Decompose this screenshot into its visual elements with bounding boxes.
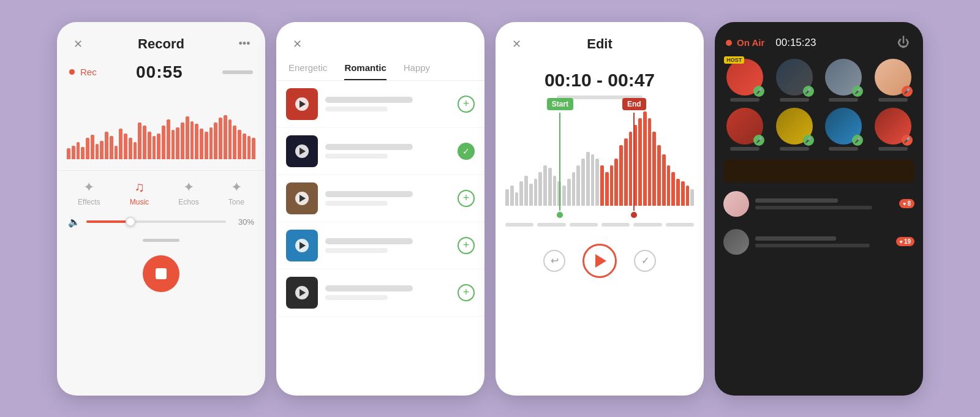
timeline-segment bbox=[505, 223, 533, 227]
onair-time: 00:15:23 bbox=[775, 37, 816, 49]
host-badge: HOST bbox=[724, 56, 744, 64]
tab-tone[interactable]: ✦ Tone bbox=[228, 179, 244, 206]
play-circle[interactable] bbox=[295, 239, 309, 252]
mic-badge: 🎤 bbox=[902, 86, 913, 97]
music-info bbox=[325, 285, 450, 300]
add-button-3[interactable]: + bbox=[458, 190, 475, 207]
comment-content-1 bbox=[755, 198, 893, 209]
tab-romantic[interactable]: Romantic bbox=[344, 62, 386, 80]
play-circle[interactable] bbox=[295, 286, 309, 299]
list-item: + bbox=[276, 81, 484, 128]
record-more-button[interactable]: ••• bbox=[236, 36, 253, 53]
onair-header: On Air 00:15:23 ⏻ bbox=[715, 22, 923, 59]
mic-badge: 🎤 bbox=[803, 86, 814, 97]
comment-text-bar bbox=[755, 206, 872, 209]
onair-card: On Air 00:15:23 ⏻ HOST 🎤 🎤 🎤 bbox=[715, 22, 923, 396]
back-icon: ↩ bbox=[551, 255, 559, 266]
music-thumb-3 bbox=[286, 182, 318, 214]
add-button-5[interactable]: + bbox=[458, 284, 475, 301]
start-line bbox=[559, 113, 560, 211]
avatar-circle: HOST 🎤 bbox=[726, 59, 763, 96]
edit-play-button[interactable] bbox=[582, 244, 617, 278]
heart-icon: ♥ bbox=[903, 201, 906, 207]
edit-title: Edit bbox=[587, 36, 612, 52]
edit-back-button[interactable]: ↩ bbox=[543, 250, 565, 272]
avatar-item-5: 🎤 bbox=[723, 108, 767, 151]
add-button-1[interactable]: + bbox=[458, 96, 475, 113]
add-button-4[interactable]: + bbox=[458, 237, 475, 254]
thumb-bg bbox=[286, 135, 318, 167]
avatar-name-bar bbox=[878, 98, 908, 102]
music-close-button[interactable]: ✕ bbox=[288, 36, 306, 53]
music-name-bar bbox=[325, 285, 413, 291]
timeline-segment bbox=[601, 223, 630, 227]
heart-icon: ♥ bbox=[900, 239, 903, 245]
comment-avatar-2 bbox=[723, 229, 749, 255]
edit-timeline bbox=[496, 218, 704, 231]
rec-status-row: Rec 00:55 bbox=[57, 59, 265, 86]
tone-label: Tone bbox=[228, 198, 244, 206]
music-info bbox=[325, 144, 450, 159]
avatar-circle: 🎤 bbox=[825, 59, 862, 96]
timeline-segment bbox=[666, 223, 694, 227]
music-name-bar bbox=[325, 238, 413, 244]
edit-close-button[interactable]: ✕ bbox=[508, 36, 525, 53]
start-marker[interactable]: Start bbox=[547, 98, 573, 218]
edit-waveform bbox=[505, 108, 694, 206]
play-circle[interactable] bbox=[295, 97, 309, 111]
timeline-segment bbox=[570, 223, 598, 227]
edit-confirm-button[interactable]: ✓ bbox=[634, 250, 656, 272]
heart-count-2: 19 bbox=[904, 238, 911, 245]
music-icon: ♫ bbox=[134, 179, 145, 195]
music-name-bar bbox=[325, 97, 413, 103]
record-close-button[interactable]: ✕ bbox=[69, 36, 86, 53]
play-circle[interactable] bbox=[295, 145, 309, 158]
heart-badge-2: ♥ 19 bbox=[896, 237, 914, 246]
play-circle[interactable] bbox=[295, 192, 309, 205]
rec-time: 00:55 bbox=[136, 62, 183, 82]
tab-echos[interactable]: ✦ Echos bbox=[178, 179, 198, 206]
stop-button[interactable] bbox=[143, 255, 179, 292]
avatar-item-4: 🎤 bbox=[872, 59, 915, 102]
volume-fill bbox=[86, 220, 128, 223]
play-icon bbox=[595, 254, 606, 268]
music-card: ✕ Energetic Romantic Happy + bbox=[276, 22, 484, 396]
comment-avatar-1 bbox=[723, 191, 749, 217]
tab-effects[interactable]: ✦ Effects bbox=[78, 179, 100, 206]
echos-label: Echos bbox=[178, 198, 198, 206]
music-sub-bar bbox=[325, 248, 388, 253]
edit-play-row: ↩ ✓ bbox=[496, 231, 704, 278]
avatar-name-bar bbox=[730, 147, 760, 151]
mic-badge: 🎤 bbox=[902, 135, 913, 146]
music-thumb-5 bbox=[286, 277, 318, 309]
avatar-name-bar bbox=[730, 98, 760, 102]
volume-slider[interactable] bbox=[86, 220, 226, 223]
onair-left: On Air 00:15:23 bbox=[726, 37, 816, 49]
play-triangle bbox=[300, 242, 306, 249]
volume-thumb[interactable] bbox=[126, 217, 135, 227]
music-sub-bar bbox=[325, 295, 388, 300]
avatar-item-8: 🎤 bbox=[872, 108, 915, 151]
tab-energetic[interactable]: Energetic bbox=[288, 62, 327, 80]
mic-badge: 🎤 bbox=[803, 135, 814, 146]
mic-badge: 🎤 bbox=[852, 86, 863, 97]
music-name-bar bbox=[325, 191, 413, 197]
timeline-segment bbox=[537, 223, 565, 227]
avatar-name-bar bbox=[878, 147, 908, 151]
avatar-name-bar bbox=[780, 98, 809, 102]
record-card: ✕ Record ••• Rec 00:55 ✦ Effects ♫ Music… bbox=[57, 22, 265, 396]
onair-label: On Air bbox=[737, 37, 764, 48]
list-item: ✓ bbox=[276, 128, 484, 175]
edit-time-range: 00:10 - 00:47 bbox=[496, 70, 704, 91]
tab-music[interactable]: ♫ Music bbox=[130, 179, 149, 206]
end-marker[interactable]: End bbox=[622, 98, 646, 218]
play-triangle bbox=[300, 100, 306, 108]
avatar-item-3: 🎤 bbox=[822, 59, 865, 102]
edit-waveform-wrap: Start End bbox=[505, 108, 694, 218]
mic-badge: 🎤 bbox=[753, 135, 764, 146]
tab-happy[interactable]: Happy bbox=[404, 62, 430, 80]
rec-progress-bar bbox=[222, 70, 253, 74]
check-button-2[interactable]: ✓ bbox=[458, 143, 475, 160]
power-button[interactable]: ⏻ bbox=[895, 34, 912, 51]
music-tabs: Energetic Romantic Happy bbox=[276, 59, 484, 81]
